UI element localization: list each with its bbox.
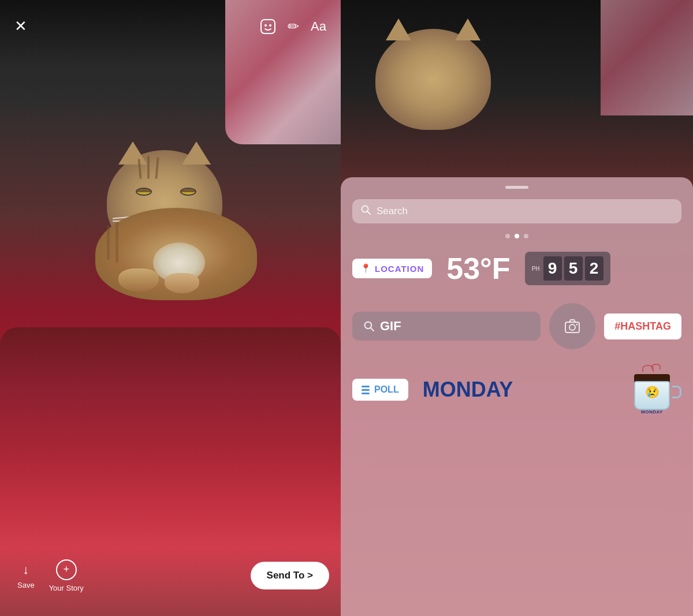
cat-ear-left	[118, 141, 147, 165]
cat-paw-right	[165, 273, 199, 293]
mug-monday-label: MONDAY	[634, 409, 670, 415]
text-button[interactable]: Aa	[311, 19, 326, 34]
svg-rect-0	[261, 20, 275, 33]
right-cat-head	[375, 29, 491, 133]
your-story-label: Your Story	[49, 584, 84, 592]
location-text: LOCATION	[375, 264, 424, 274]
close-button[interactable]: ✕	[14, 17, 27, 35]
location-sticker[interactable]: 📍 LOCATION	[352, 259, 432, 278]
cat-body	[95, 208, 257, 300]
right-fabric-bg	[601, 0, 693, 115]
dot-2	[515, 234, 519, 238]
time-digit-2: 2	[585, 256, 603, 281]
svg-point-1	[264, 24, 267, 27]
camera-icon	[563, 317, 582, 335]
gif-search-icon	[364, 321, 374, 331]
poll-lines-icon	[362, 386, 370, 394]
search-placeholder-text: Search	[377, 206, 408, 217]
svg-point-2	[269, 24, 271, 27]
your-story-action[interactable]: + Your Story	[43, 557, 90, 595]
cat-paw-left	[118, 268, 159, 292]
time-sticker[interactable]: PH 9 5 2	[525, 252, 610, 285]
story-circle-icon: +	[56, 559, 77, 580]
svg-line-6	[371, 328, 374, 331]
poll-sticker[interactable]: POLL	[352, 379, 408, 401]
mug-face-emoji: 😢	[645, 385, 660, 399]
time-digit-9: 9	[543, 256, 562, 281]
camera-sticker[interactable]	[549, 303, 595, 349]
sticker-row-2: GIF #HASHTAG	[352, 303, 681, 349]
cat-ear-right	[182, 141, 211, 165]
save-action[interactable]: ↓ Save	[12, 559, 40, 592]
dot-1	[505, 234, 510, 238]
sticker-row-3: POLL MONDAY 😢	[352, 364, 681, 416]
sticker-button[interactable]	[260, 18, 276, 35]
cat-eye-right	[180, 188, 196, 196]
hashtag-text: #HASHTAG	[614, 320, 671, 332]
search-icon	[361, 205, 371, 218]
save-icon: ↓	[23, 562, 29, 577]
send-to-button[interactable]: Send To >	[251, 562, 329, 589]
cat-eye-left	[136, 188, 152, 196]
svg-point-8	[569, 324, 575, 330]
svg-point-9	[576, 324, 578, 326]
gif-label: GIF	[380, 319, 401, 334]
sticker-row-1: 📍 LOCATION 53°F PH 9 5 2	[352, 251, 681, 286]
draw-button[interactable]: ✏	[288, 18, 299, 35]
toolbar-right-icons: ✏ Aa	[260, 18, 326, 35]
cat-illustration	[26, 46, 315, 479]
search-bar[interactable]: Search	[352, 199, 681, 223]
bottom-bar: ↓ Save + Your Story Send To >	[0, 547, 341, 616]
time-digits: 9 5 2	[543, 256, 603, 281]
story-plus-icon: +	[63, 563, 69, 576]
left-panel: ✕ ✏ Aa ↓ Save +	[0, 0, 341, 616]
hashtag-sticker[interactable]: #HASHTAG	[604, 313, 681, 339]
pagination-dots	[352, 234, 681, 238]
svg-line-4	[367, 211, 370, 214]
save-label: Save	[17, 581, 35, 589]
gif-sticker[interactable]: GIF	[352, 312, 541, 341]
dot-3	[524, 234, 528, 238]
time-digit-5: 5	[564, 256, 583, 281]
time-ph-label: PH	[532, 266, 540, 272]
poll-text: POLL	[374, 384, 399, 395]
bottom-actions: ↓ Save + Your Story	[12, 557, 90, 595]
right-panel: Search 📍 LOCATION 53°F PH 9 5 2	[341, 0, 693, 616]
sticker-panel: Search 📍 LOCATION 53°F PH 9 5 2	[341, 177, 693, 616]
panel-handle	[505, 186, 528, 189]
monday-mug-sticker[interactable]: 😢 MONDAY	[629, 364, 681, 416]
left-toolbar: ✕ ✏ Aa	[0, 17, 341, 35]
pin-icon: 📍	[360, 263, 371, 274]
monday-sticker[interactable]: MONDAY	[423, 378, 513, 402]
temperature-sticker[interactable]: 53°F	[446, 251, 510, 286]
